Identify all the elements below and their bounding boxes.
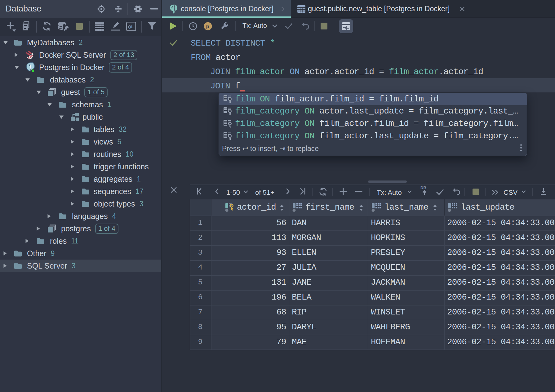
svg-text:QL: QL [128, 24, 134, 29]
svg-text:DB: DB [420, 185, 426, 190]
svg-text:p: p [206, 24, 209, 30]
